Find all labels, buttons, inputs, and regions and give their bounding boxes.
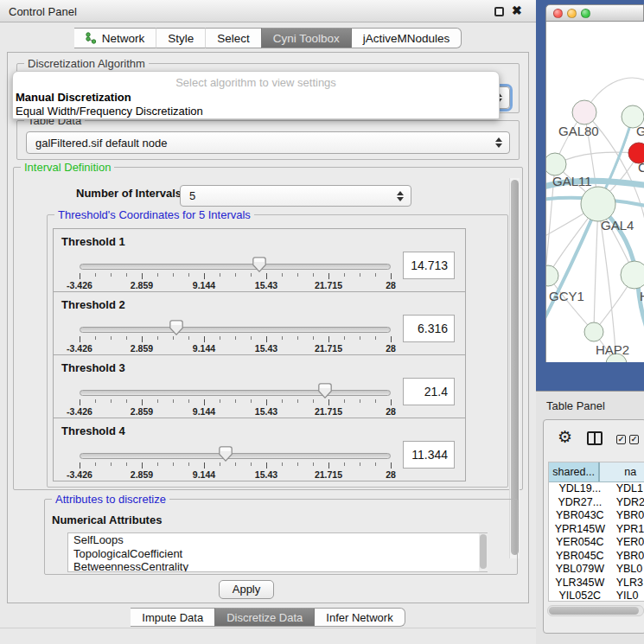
table-cell: YLR345W	[549, 577, 611, 590]
network-node[interactable]	[584, 322, 603, 341]
split-columns-icon[interactable]	[587, 431, 603, 445]
table-horizontal-scrollbar[interactable]	[547, 605, 644, 616]
top-tab[interactable]: jActiveMNodules	[351, 28, 462, 48]
slider-major-tick	[328, 399, 329, 405]
network-node[interactable]	[546, 153, 566, 175]
slider-tick-label: 21.715	[315, 343, 342, 354]
attribute-list-item[interactable]: TopologicalCoefficient	[68, 547, 487, 561]
zoom-traffic-light[interactable]	[581, 9, 590, 18]
network-node-label: GA	[636, 124, 644, 138]
slider-track[interactable]	[80, 327, 391, 333]
slider-tick-label: 2.859	[131, 280, 153, 290]
slider-major-tick	[204, 399, 205, 405]
network-canvas[interactable]: GAL80GACGAL11GAL4GCY1HHAP2	[545, 22, 644, 362]
table-row[interactable]: YLR345W YLR3	[549, 577, 644, 590]
top-tab[interactable]: Select	[205, 28, 261, 48]
top-tab[interactable]: Cyni Toolbox	[261, 28, 351, 48]
network-view-window: GAL80GACGAL11GAL4GCY1HHAP2	[545, 4, 644, 363]
table-row[interactable]: YDL19... YDL1	[549, 482, 644, 496]
table-data-combobox[interactable]: galFiltered.sif default node	[26, 131, 510, 154]
slider-major-tick	[142, 399, 143, 405]
slider-tick-label: 28	[386, 469, 396, 480]
slider-minor-ticks	[80, 399, 392, 403]
slider-tick-label: 28	[386, 343, 396, 354]
slider-major-tick	[204, 336, 205, 342]
column-header-name[interactable]: na	[600, 462, 644, 481]
algorithm-popup-hint: Select algorithm to view settings	[13, 76, 499, 89]
algorithm-dropdown-popup: Select algorithm to view settings Manual…	[12, 71, 500, 119]
table-row[interactable]: YPR145W YPR1	[549, 523, 644, 537]
combo-stepper-icon	[495, 137, 502, 148]
column-header-shared-name[interactable]: shared...	[549, 462, 600, 481]
slider-minor-ticks	[80, 273, 392, 277]
table-row[interactable]: YBL079W YBL0	[549, 563, 644, 577]
attribute-list-item[interactable]: BetweennessCentrality	[68, 560, 487, 572]
gear-icon[interactable]: ⚙	[558, 427, 572, 447]
control-panel: Control Panel ✖ Network	[0, 0, 536, 644]
table-data-combobox-value: galFiltered.sif default node	[35, 137, 167, 150]
table-row[interactable]: YBR043C YBR0	[549, 509, 644, 523]
popup-item-equal-width-frequency[interactable]: Equal Width/Frequency Discretization	[15, 105, 491, 118]
slider-track[interactable]	[80, 453, 391, 459]
network-node[interactable]	[621, 261, 644, 289]
bottom-tab[interactable]: Discretize Data	[214, 608, 314, 627]
slider-tick-label: -3.426	[67, 469, 92, 480]
top-tab[interactable]: Style	[156, 28, 205, 48]
popup-item-manual-discretization[interactable]: Manual Discretization	[15, 91, 491, 104]
close-traffic-light[interactable]	[553, 9, 563, 18]
apply-button[interactable]: Apply	[219, 580, 274, 599]
algorithm-group-title: Discretization Algorithm	[24, 57, 149, 70]
top-tab[interactable]: Network	[74, 28, 156, 48]
slider-tick-label: 9.144	[193, 280, 215, 290]
checkbox-icon[interactable]: ✓	[616, 435, 626, 444]
checkbox-icon[interactable]: ✓	[629, 435, 639, 444]
interval-definition-groupbox: Interval Definition Number of Intervals …	[13, 167, 523, 490]
threshold-slider[interactable]: -3.4262.8599.14415.4321.71528	[80, 318, 391, 353]
bottom-tab[interactable]: Infer Network	[314, 608, 405, 627]
number-of-intervals-combobox[interactable]: 5	[180, 185, 411, 207]
slider-track[interactable]	[80, 264, 391, 270]
network-window-titlebar[interactable]	[545, 4, 644, 22]
table-cell: YPR1	[611, 523, 644, 537]
scrollbar-thumb[interactable]	[549, 607, 639, 615]
threshold-value-field[interactable]	[403, 441, 455, 469]
slider-tick-label: 28	[386, 406, 396, 417]
network-node-label: C	[638, 160, 644, 175]
slider-major-tick	[266, 336, 267, 342]
threshold-value-field[interactable]	[403, 252, 455, 279]
slider-handle-icon[interactable]	[169, 320, 183, 335]
threshold-slider[interactable]: -3.4262.8599.14415.4321.71528	[80, 444, 391, 479]
table-row[interactable]: YDR27... YDR2	[549, 496, 644, 510]
threshold-slider[interactable]: -3.4262.8599.14415.4321.71528	[80, 255, 391, 290]
table-row[interactable]: YBR045C YBR0	[549, 550, 644, 564]
threshold-slider[interactable]: -3.4262.8599.14415.4321.71528	[80, 381, 391, 416]
close-panel-icon[interactable]: ✖	[512, 3, 522, 17]
node-table-header: shared... na	[549, 462, 644, 482]
attributes-list-scrollbar[interactable]	[479, 533, 488, 571]
threshold-value-field[interactable]	[403, 315, 455, 342]
network-node[interactable]	[572, 100, 596, 124]
slider-handle-icon[interactable]	[252, 257, 266, 272]
slider-track[interactable]	[80, 390, 391, 396]
slider-minor-ticks	[80, 462, 392, 466]
threshold-value-field[interactable]	[403, 378, 455, 405]
slider-major-tick	[266, 399, 267, 405]
scrollbar-thumb[interactable]	[480, 534, 487, 569]
top-tab-label: Style	[168, 32, 194, 45]
table-row[interactable]: YIL052C YIL0	[549, 590, 644, 602]
bottom-tab[interactable]: Impute Data	[131, 608, 214, 627]
slider-tick-label: -3.426	[67, 406, 92, 417]
slider-tick-label: 21.715	[315, 280, 342, 290]
table-row[interactable]: YER054C YER0	[549, 536, 644, 550]
network-node[interactable]	[581, 187, 615, 221]
float-panel-icon[interactable]	[494, 7, 504, 16]
slider-handle-icon[interactable]	[219, 446, 233, 462]
network-node[interactable]	[546, 265, 558, 286]
slider-handle-icon[interactable]	[318, 383, 332, 399]
slider-tick-label: 9.144	[193, 406, 215, 417]
minimize-traffic-light[interactable]	[567, 9, 577, 18]
attribute-list-item[interactable]: SelfLoops	[68, 533, 487, 547]
table-cell: YIL0	[611, 590, 644, 602]
top-tab-label: jActiveMNodules	[363, 32, 450, 45]
interval-definition-title: Interval Definition	[21, 161, 114, 174]
